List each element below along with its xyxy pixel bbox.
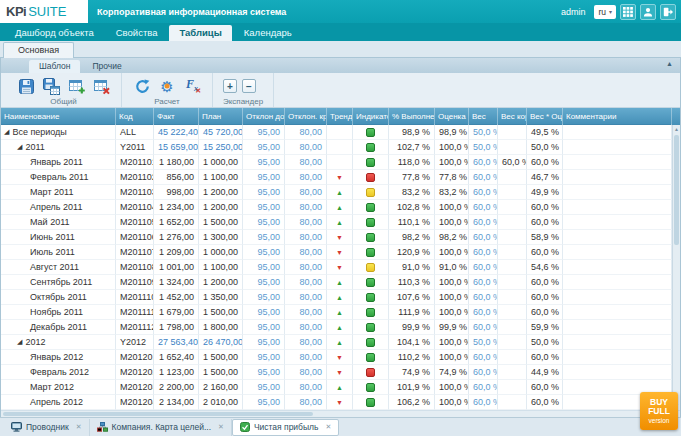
- cell-weight[interactable]: 60,0 %: [469, 365, 498, 380]
- cell-weight-corr[interactable]: [498, 320, 527, 335]
- cell-percent-complete[interactable]: 106,2 %: [389, 395, 435, 410]
- cell-score[interactable]: 100,0 %: [435, 380, 469, 395]
- cell-deviation-allowed[interactable]: 95,00: [243, 350, 285, 365]
- cell-weight-corr[interactable]: [498, 260, 527, 275]
- cell-score[interactable]: 91,0 %: [435, 260, 469, 275]
- cell-code[interactable]: Y2011: [116, 140, 154, 155]
- cell-weight[interactable]: 60,0 %: [469, 260, 498, 275]
- cell-score[interactable]: 100,0 %: [435, 275, 469, 290]
- cell-name[interactable]: Апрель 2012: [1, 395, 116, 410]
- cell-weight-corr[interactable]: [498, 200, 527, 215]
- cell-code[interactable]: M201203: [116, 380, 154, 395]
- cell-weight-score[interactable]: 49,5 %: [527, 125, 563, 140]
- column-header-13[interactable]: Вес * Оценка: [527, 108, 563, 125]
- cell-deviation-critical[interactable]: 80,00: [285, 290, 327, 305]
- cell-weight-score[interactable]: 60,0 %: [527, 275, 563, 290]
- cell-weight-score[interactable]: 60,0 %: [527, 245, 563, 260]
- cell-weight[interactable]: 60,0 %: [469, 290, 498, 305]
- scroll-up-icon[interactable]: ▲: [673, 125, 680, 134]
- cell-weight-corr[interactable]: [498, 170, 527, 185]
- cell-weight[interactable]: 60,0 %: [469, 230, 498, 245]
- cell-weight-corr[interactable]: [498, 125, 527, 140]
- nav-tab-2[interactable]: Свойства: [106, 25, 168, 41]
- cell-code[interactable]: M201103: [116, 185, 154, 200]
- cell-code[interactable]: M201101: [116, 155, 154, 170]
- cell-comment[interactable]: [563, 140, 672, 155]
- cell-code[interactable]: M201202: [116, 365, 154, 380]
- language-select[interactable]: ru ▾: [594, 5, 616, 19]
- cell-deviation-allowed[interactable]: 95,00: [243, 125, 285, 140]
- cell-name[interactable]: ◢2011: [1, 140, 116, 155]
- delete-row-button[interactable]: [91, 77, 111, 96]
- cell-deviation-critical[interactable]: 80,00: [285, 215, 327, 230]
- cell-weight[interactable]: 60,0 %: [469, 155, 498, 170]
- cell-weight-corr[interactable]: [498, 215, 527, 230]
- cell-fact[interactable]: 27 563,40: [154, 335, 199, 350]
- column-header-7[interactable]: Тренд: [327, 108, 353, 125]
- cell-weight-corr[interactable]: [498, 230, 527, 245]
- cell-weight[interactable]: 60,0 %: [469, 200, 498, 215]
- cell-weight-score[interactable]: 58,9 %: [527, 230, 563, 245]
- cell-deviation-critical[interactable]: 80,00: [285, 365, 327, 380]
- sub-tab-2[interactable]: Прочие: [82, 60, 131, 73]
- cell-deviation-allowed[interactable]: 95,00: [243, 275, 285, 290]
- cell-code[interactable]: M201112: [116, 320, 154, 335]
- apps-grid-button[interactable]: [620, 4, 636, 20]
- cell-score[interactable]: 100,0 %: [435, 290, 469, 305]
- cell-plan[interactable]: 2 160,00: [199, 380, 243, 395]
- cell-plan[interactable]: 1 200,00: [199, 275, 243, 290]
- cell-percent-complete[interactable]: 110,3 %: [389, 275, 435, 290]
- cell-weight-corr[interactable]: [498, 245, 527, 260]
- cell-deviation-allowed[interactable]: 95,00: [243, 170, 285, 185]
- view-tab-main[interactable]: Основная: [3, 42, 74, 58]
- cell-deviation-critical[interactable]: 80,00: [285, 155, 327, 170]
- tree-expander-icon[interactable]: ◢: [4, 128, 9, 135]
- expand-all-button[interactable]: +: [223, 79, 237, 93]
- cell-fact[interactable]: 1 324,00: [154, 275, 199, 290]
- cell-deviation-allowed[interactable]: 95,00: [243, 185, 285, 200]
- column-header-14[interactable]: Комментарии: [563, 108, 672, 125]
- cell-name[interactable]: Ноябрь 2011: [1, 305, 116, 320]
- cell-weight-corr[interactable]: [498, 380, 527, 395]
- refresh-button[interactable]: [132, 77, 152, 96]
- cell-deviation-allowed[interactable]: 95,00: [243, 215, 285, 230]
- cell-score[interactable]: 100,0 %: [435, 395, 469, 410]
- cell-fact[interactable]: 2 134,00: [154, 395, 199, 410]
- cell-plan[interactable]: 45 720,00: [199, 125, 243, 140]
- cell-weight-corr[interactable]: [498, 395, 527, 410]
- cell-percent-complete[interactable]: 77,8 %: [389, 170, 435, 185]
- cell-weight[interactable]: 60,0 %: [469, 395, 498, 410]
- cell-plan[interactable]: 1 000,00: [199, 245, 243, 260]
- cell-deviation-allowed[interactable]: 95,00: [243, 365, 285, 380]
- cell-weight-corr[interactable]: [498, 335, 527, 350]
- cell-weight-score[interactable]: 60,0 %: [527, 305, 563, 320]
- cell-weight-corr[interactable]: [498, 305, 527, 320]
- cell-deviation-critical[interactable]: 80,00: [285, 170, 327, 185]
- cell-name[interactable]: Апрель 2011: [1, 200, 116, 215]
- cell-comment[interactable]: [563, 365, 672, 380]
- column-header-5[interactable]: Отклон доп.: [243, 108, 285, 125]
- cell-fact[interactable]: 15 659,00: [154, 140, 199, 155]
- cell-score[interactable]: 83,2 %: [435, 185, 469, 200]
- cell-score[interactable]: 99,9 %: [435, 320, 469, 335]
- cell-comment[interactable]: [563, 155, 672, 170]
- cell-fact[interactable]: 2 200,00: [154, 380, 199, 395]
- cell-comment[interactable]: [563, 185, 672, 200]
- cell-comment[interactable]: [563, 305, 672, 320]
- column-header-1[interactable]: Наименование: [1, 108, 116, 125]
- cell-plan[interactable]: 1 200,00: [199, 200, 243, 215]
- cell-fact[interactable]: 1 001,00: [154, 260, 199, 275]
- cell-score[interactable]: 100,0 %: [435, 305, 469, 320]
- cell-weight-score[interactable]: 54,6 %: [527, 260, 563, 275]
- cell-code[interactable]: M201109: [116, 275, 154, 290]
- cell-code[interactable]: M201102: [116, 170, 154, 185]
- cell-weight-score[interactable]: 60,0 %: [527, 290, 563, 305]
- cell-percent-complete[interactable]: 111,9 %: [389, 305, 435, 320]
- cell-name[interactable]: Декабрь 2011: [1, 320, 116, 335]
- cell-score[interactable]: 100,0 %: [435, 245, 469, 260]
- cell-name[interactable]: Март 2012: [1, 380, 116, 395]
- cell-code[interactable]: M201105: [116, 215, 154, 230]
- cell-plan[interactable]: 1 200,00: [199, 185, 243, 200]
- cell-code[interactable]: M201107: [116, 245, 154, 260]
- cell-fact[interactable]: 1 652,00: [154, 215, 199, 230]
